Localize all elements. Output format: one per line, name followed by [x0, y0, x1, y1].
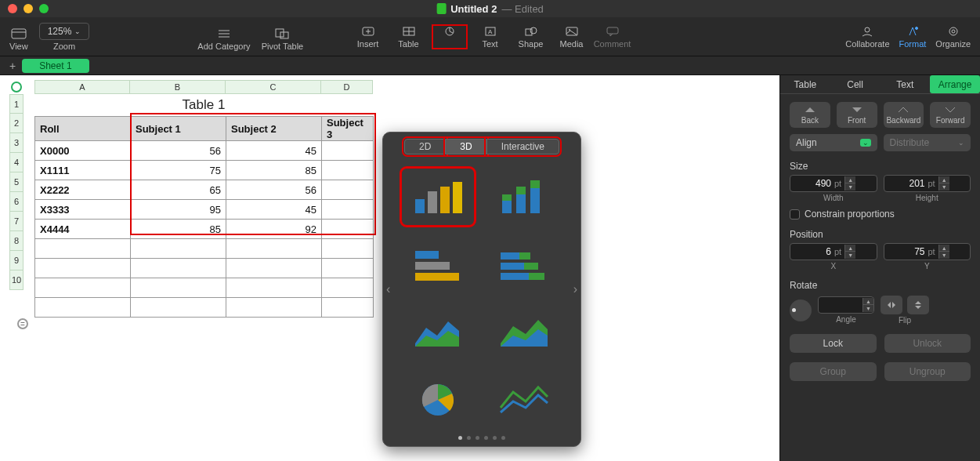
- chart-3d-hbar-stacked[interactable]: [487, 236, 559, 292]
- insert-button[interactable]: Insert: [351, 25, 385, 49]
- constrain-checkbox[interactable]: [790, 209, 800, 220]
- table-title[interactable]: Table 1: [34, 94, 373, 116]
- y-stepper[interactable]: ▲▼: [938, 245, 949, 259]
- svg-rect-41: [524, 263, 538, 270]
- add-category-button[interactable]: Add Category: [197, 27, 250, 51]
- chart-3d-bar-1[interactable]: [402, 169, 474, 225]
- toolbar: View 125%⌄ Zoom Add Category Pivot Table…: [0, 17, 980, 56]
- send-backward-button[interactable]: Backward: [884, 102, 924, 128]
- table-button[interactable]: Table: [392, 25, 426, 49]
- row-header[interactable]: 5: [9, 172, 24, 192]
- zoom-button[interactable]: 125%⌄ Zoom: [39, 23, 90, 51]
- col-subject3[interactable]: Subject 3: [322, 117, 374, 141]
- distribute-select[interactable]: Distribute⌄: [884, 134, 971, 151]
- sheet-tab[interactable]: Sheet 1: [22, 59, 89, 73]
- x-stepper[interactable]: ▲▼: [844, 245, 855, 259]
- collaborate-button[interactable]: Collaborate: [845, 25, 889, 49]
- table-row[interactable]: X22226556: [35, 180, 374, 200]
- x-field[interactable]: pt▲▼: [790, 243, 877, 260]
- ungroup-button[interactable]: Ungroup: [884, 362, 971, 381]
- tab-arrange[interactable]: Arrange: [930, 75, 980, 93]
- bring-forward-button[interactable]: Forward: [930, 102, 971, 128]
- row-header[interactable]: 9: [9, 251, 24, 270]
- flip-v-button[interactable]: [907, 296, 929, 314]
- y-field[interactable]: pt▲▼: [884, 243, 971, 260]
- row-header[interactable]: 10: [9, 270, 24, 290]
- align-select[interactable]: Align⌄: [790, 134, 877, 151]
- lock-button[interactable]: Lock: [790, 334, 877, 353]
- row-header[interactable]: 8: [9, 231, 24, 251]
- width-stepper[interactable]: ▲▼: [844, 176, 855, 191]
- angle-field[interactable]: ▲▼: [818, 296, 874, 314]
- svg-rect-43: [529, 273, 544, 280]
- table-row[interactable]: X11117585: [35, 161, 374, 180]
- view-button[interactable]: View: [9, 27, 28, 51]
- row-header[interactable]: 3: [9, 133, 24, 153]
- svg-rect-28: [453, 182, 462, 213]
- row-add-handle[interactable]: [17, 318, 28, 329]
- shape-icon: [523, 25, 539, 38]
- pivot-icon: [274, 27, 290, 40]
- next-page-button[interactable]: ›: [573, 282, 577, 296]
- row-header[interactable]: 2: [9, 114, 24, 133]
- col-header[interactable]: C: [226, 80, 321, 94]
- chart-3d-line[interactable]: [487, 371, 559, 427]
- svg-rect-38: [501, 252, 519, 260]
- rotation-dial[interactable]: [790, 299, 812, 321]
- empty-rows[interactable]: [34, 238, 374, 318]
- col-roll[interactable]: Roll: [35, 117, 131, 141]
- document-icon: [436, 3, 446, 14]
- col-subject1[interactable]: Subject 1: [131, 117, 226, 141]
- tab-interactive[interactable]: Interactive: [486, 139, 559, 154]
- tab-table[interactable]: Table: [780, 75, 830, 93]
- group-button[interactable]: Group: [790, 362, 877, 381]
- row-header[interactable]: 6: [9, 192, 24, 212]
- row-header[interactable]: 7: [9, 212, 24, 231]
- row-header[interactable]: 1: [9, 94, 24, 114]
- document-title: Untitled 2: [450, 3, 497, 15]
- col-header[interactable]: B: [130, 80, 226, 94]
- chart-3d-pie[interactable]: [402, 371, 474, 427]
- prev-page-button[interactable]: ‹: [386, 282, 390, 296]
- add-sheet-button[interactable]: +: [9, 60, 16, 72]
- comment-button[interactable]: Comment: [595, 25, 630, 49]
- view-icon: [11, 27, 27, 40]
- close-window[interactable]: [8, 4, 17, 13]
- tab-2d[interactable]: 2D: [404, 139, 446, 154]
- col-header[interactable]: D: [321, 80, 373, 94]
- pivot-table-button[interactable]: Pivot Table: [262, 27, 304, 51]
- tab-text[interactable]: Text: [881, 75, 931, 93]
- row-header[interactable]: 4: [9, 153, 24, 172]
- angle-stepper[interactable]: ▲▼: [862, 298, 873, 312]
- format-button[interactable]: Format: [899, 25, 927, 49]
- send-back-button[interactable]: Back: [790, 102, 830, 128]
- table-row[interactable]: X44448592: [35, 220, 374, 239]
- data-table[interactable]: Roll Subject 1 Subject 2 Subject 3 X0000…: [34, 116, 374, 239]
- table-row[interactable]: X33339545: [35, 200, 374, 220]
- canvas[interactable]: ABCD 12345678910 Table 1 Roll Subject 1 …: [0, 75, 779, 461]
- bring-front-button[interactable]: Front: [837, 102, 877, 128]
- table-row[interactable]: X00005645: [35, 141, 374, 161]
- media-button[interactable]: Media: [555, 25, 589, 49]
- chart-3d-bar-stacked[interactable]: [487, 169, 559, 225]
- chart-button[interactable]: Chart: [432, 25, 467, 49]
- flip-h-button[interactable]: [881, 296, 902, 314]
- col-subject2[interactable]: Subject 2: [226, 117, 322, 141]
- height-field[interactable]: pt▲▼: [884, 175, 971, 192]
- minimize-window[interactable]: [24, 4, 33, 13]
- unlock-button[interactable]: Unlock: [884, 334, 971, 353]
- col-header[interactable]: A: [34, 80, 130, 94]
- tab-cell[interactable]: Cell: [830, 75, 881, 93]
- shape-button[interactable]: Shape: [514, 25, 548, 49]
- text-button[interactable]: A Text: [473, 25, 508, 49]
- organize-button[interactable]: Organize: [935, 25, 971, 49]
- width-field[interactable]: pt▲▼: [790, 175, 877, 192]
- svg-rect-31: [516, 194, 526, 213]
- table-handle-icon[interactable]: [11, 82, 22, 93]
- chart-3d-hbar[interactable]: [402, 236, 474, 292]
- zoom-window[interactable]: [39, 4, 49, 13]
- chart-3d-area-stacked[interactable]: [487, 303, 559, 360]
- height-stepper[interactable]: ▲▼: [938, 176, 949, 191]
- tab-3d[interactable]: 3D: [446, 139, 486, 154]
- chart-3d-area[interactable]: [402, 303, 474, 360]
